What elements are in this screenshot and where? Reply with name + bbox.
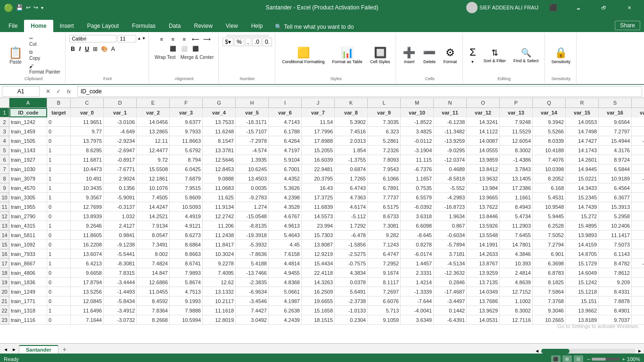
grid-cell[interactable]: -8.645 [401,230,434,240]
grid-cell[interactable]: 15.7303 [302,230,335,240]
sensitivity-button[interactable]: 🔒 Sensitivity [549,46,574,65]
grid-cell[interactable]: -7.4364 [632,249,644,259]
grid-cell[interactable]: 13.9893 [566,230,599,240]
col-header-T[interactable]: T [632,98,644,107]
row-num-7[interactable]: 7 [0,165,9,174]
grid-cell[interactable]: -8.3081 [104,259,137,268]
grid-cell[interactable]: 11.8663 [170,136,203,146]
grid-cell[interactable]: 6.3677 [599,193,632,202]
grid-cell[interactable]: 1.4214 [401,278,434,287]
grid-cell[interactable]: -9.2783 [236,193,269,202]
conditional-formatting-button[interactable]: 🟨 Conditional Formatting [279,46,328,65]
grid-cell[interactable]: -3.4546 [236,296,269,306]
grid-cell[interactable]: 4.1987 [269,296,302,306]
grid-cell[interactable]: -4.649 [104,127,137,136]
grid-cell[interactable]: 9.7933 [170,127,203,136]
grid-cell[interactable]: 11.54 [302,117,335,127]
grid-cell[interactable]: 13.7533 [203,117,236,127]
grid-cell[interactable]: 3.7181 [434,249,467,259]
grid-cell[interactable]: 10.2406 [599,221,632,230]
grid-cell[interactable]: 0.0035 [236,183,269,193]
sheet-tab-prev[interactable]: ◄ [2,347,9,352]
grid-cell[interactable]: 4.2439 [269,315,302,325]
header-cell-var_12[interactable]: var_12 [467,108,500,117]
header-cell-var_15[interactable]: var_15 [566,108,599,117]
grid-cell[interactable]: train_7933 [9,249,47,259]
grid-cell[interactable]: 0 [47,136,71,146]
sum-button[interactable]: Σ ▾ [467,44,479,66]
grid-cell[interactable]: train_1242 [9,117,47,127]
grid-cell[interactable]: 0 [47,240,71,249]
grid-cell[interactable]: 17.8794 [71,278,104,287]
row-num-16[interactable]: 16 [0,249,9,259]
grid-cell[interactable]: 11.206 [203,221,236,230]
col-header-D[interactable]: D [104,98,137,107]
col-header-R[interactable]: R [566,98,599,107]
grid-cell[interactable]: 13.9662 [566,306,599,315]
grid-cell[interactable]: 13.3781 [203,146,236,155]
grid-cell[interactable]: 11.1618 [203,306,236,315]
grid-cell[interactable]: 7.4076 [533,155,566,165]
grid-cell[interactable]: 6.1788 [269,127,302,136]
grid-cell[interactable]: 15.4944 [599,136,632,146]
col-header-F[interactable]: F [170,98,203,107]
grid-cell[interactable]: -5.7894 [434,240,467,249]
grid-cell[interactable]: -17.4687 [434,287,467,296]
grid-cell[interactable]: 1.854 [335,146,368,155]
grid-cell[interactable]: 5.3902 [335,117,368,127]
grid-cell[interactable]: 12.6886 [137,278,170,287]
grid-cell[interactable]: 7.8878 [599,296,632,306]
grid-cell[interactable]: 4.4919 [170,212,203,221]
grid-cell[interactable]: train_1955 [9,202,47,212]
grid-cell[interactable]: 13.8412 [467,165,500,174]
grid-cell[interactable]: -3.4444 [104,278,137,287]
grid-cell[interactable]: 6.168 [533,183,566,193]
grid-cell[interactable]: 8.4592 [137,296,170,306]
grid-cell[interactable]: 13.5548 [467,230,500,240]
grid-cell[interactable]: -19.7838 [632,259,644,268]
grid-cell[interactable]: 9.6658 [71,268,104,278]
grid-cell[interactable]: 1 [47,221,71,230]
grid-cell[interactable]: -13.7466 [236,268,269,278]
number-format-dropdown[interactable] [226,35,269,37]
grid-cell[interactable]: -5.8434 [104,296,137,306]
col-header-J[interactable]: J [302,98,335,107]
grid-cell[interactable]: -9.0295 [434,146,467,155]
grid-cell[interactable]: 15.1218 [566,287,599,296]
grid-cell[interactable]: -11.3482 [434,127,467,136]
grid-cell[interactable]: -6.7376 [401,165,434,174]
grid-cell[interactable]: 5.8609 [170,193,203,202]
grid-cell[interactable]: 9.3046 [533,306,566,315]
tab-file[interactable]: File [2,20,24,32]
grid-cell[interactable]: 0.1356 [104,183,137,193]
grid-cell[interactable]: 11.0455 [137,287,170,296]
grid-cell[interactable]: 5.6491 [335,287,368,296]
grid-cell[interactable]: 6.2638 [269,306,302,315]
header-cell-var_9[interactable]: var_9 [368,108,401,117]
grid-cell[interactable]: 13.7135 [467,278,500,287]
grid-cell[interactable]: 0 [47,315,71,325]
close-button[interactable]: ✕ [619,0,640,15]
grid-cell[interactable]: -5.5441 [104,249,137,259]
grid-cell[interactable]: -8.5818 [434,174,467,183]
grid-cell[interactable]: 4.9121 [170,221,203,230]
grid-cell[interactable]: 2.3331 [401,268,434,278]
grid-cell[interactable]: 12.1861 [137,174,170,183]
header-cell-target[interactable]: target [47,108,71,117]
grid-cell[interactable]: 5.4531 [533,193,566,202]
col-header-E[interactable]: E [137,98,170,107]
grid-cell[interactable]: 14.4247 [137,202,170,212]
grid-cell[interactable]: 7.8315 [104,268,137,278]
grid-cell[interactable]: 8.1117 [368,278,401,287]
grid-cell[interactable]: 7.8093 [368,155,401,165]
grid-cell[interactable]: 13.984 [467,183,500,193]
grid-cell[interactable]: 1 [47,306,71,315]
grid-cell[interactable]: 7.3491 [137,240,170,249]
grid-cell[interactable]: 7.9888 [170,306,203,315]
grid-cell[interactable]: 12.0845 [71,296,104,306]
grid-cell[interactable]: 15.1658 [302,306,335,315]
grid-cell[interactable]: 7.5864 [533,287,566,296]
grid-cell[interactable]: 1.274 [236,202,269,212]
grid-cell[interactable]: 8.002 [137,249,170,259]
grid-cell[interactable]: train_4570 [9,183,47,193]
